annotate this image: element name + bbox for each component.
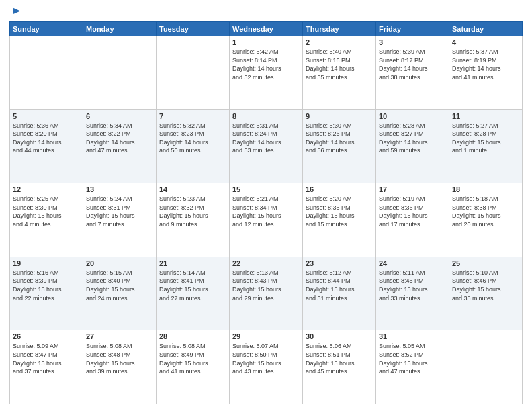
day-number: 23 xyxy=(306,259,373,267)
day-number: 26 xyxy=(13,332,80,340)
day-info: Sunrise: 5:40 AM Sunset: 8:16 PM Dayligh… xyxy=(306,48,373,81)
day-number: 20 xyxy=(86,259,153,267)
calendar-week-4: 19Sunrise: 5:16 AM Sunset: 8:39 PM Dayli… xyxy=(10,257,523,330)
day-info: Sunrise: 5:21 AM Sunset: 8:34 PM Dayligh… xyxy=(232,195,300,228)
day-info: Sunrise: 5:15 AM Sunset: 8:40 PM Dayligh… xyxy=(86,269,153,302)
calendar-cell xyxy=(449,330,523,404)
day-info: Sunrise: 5:25 AM Sunset: 8:30 PM Dayligh… xyxy=(13,195,80,228)
calendar-cell: 17Sunrise: 5:19 AM Sunset: 8:36 PM Dayli… xyxy=(376,183,449,257)
calendar-cell: 4Sunrise: 5:37 AM Sunset: 8:19 PM Daylig… xyxy=(449,36,523,110)
day-info: Sunrise: 5:09 AM Sunset: 8:47 PM Dayligh… xyxy=(13,342,80,375)
calendar-header-wednesday: Wednesday xyxy=(230,22,303,36)
day-info: Sunrise: 5:16 AM Sunset: 8:39 PM Dayligh… xyxy=(13,269,80,302)
day-number: 8 xyxy=(232,112,300,120)
svg-marker-0 xyxy=(13,8,20,15)
calendar-header-sunday: Sunday xyxy=(10,22,83,36)
day-number: 19 xyxy=(13,259,80,267)
day-info: Sunrise: 5:11 AM Sunset: 8:45 PM Dayligh… xyxy=(379,269,446,302)
day-number: 15 xyxy=(232,185,300,193)
day-number: 10 xyxy=(379,112,446,120)
day-number: 22 xyxy=(232,259,300,267)
calendar-cell xyxy=(10,36,83,110)
day-info: Sunrise: 5:28 AM Sunset: 8:27 PM Dayligh… xyxy=(379,122,446,155)
logo xyxy=(9,7,21,17)
calendar-cell xyxy=(83,36,157,110)
day-number: 29 xyxy=(232,332,300,340)
calendar-cell: 21Sunrise: 5:14 AM Sunset: 8:41 PM Dayli… xyxy=(157,257,230,330)
calendar-cell: 7Sunrise: 5:32 AM Sunset: 8:23 PM Daylig… xyxy=(157,109,230,183)
day-info: Sunrise: 5:39 AM Sunset: 8:17 PM Dayligh… xyxy=(379,48,446,81)
calendar-header-thursday: Thursday xyxy=(303,22,376,36)
calendar-cell: 30Sunrise: 5:06 AM Sunset: 8:51 PM Dayli… xyxy=(303,330,376,404)
day-info: Sunrise: 5:07 AM Sunset: 8:50 PM Dayligh… xyxy=(232,342,300,375)
calendar-cell: 13Sunrise: 5:24 AM Sunset: 8:31 PM Dayli… xyxy=(83,183,157,257)
calendar-cell: 15Sunrise: 5:21 AM Sunset: 8:34 PM Dayli… xyxy=(230,183,303,257)
day-number: 3 xyxy=(379,38,446,46)
calendar-cell: 5Sunrise: 5:36 AM Sunset: 8:20 PM Daylig… xyxy=(10,109,83,183)
day-info: Sunrise: 5:24 AM Sunset: 8:31 PM Dayligh… xyxy=(86,195,153,228)
day-number: 9 xyxy=(306,112,373,120)
day-number: 30 xyxy=(306,332,373,340)
calendar-week-2: 5Sunrise: 5:36 AM Sunset: 8:20 PM Daylig… xyxy=(10,109,523,183)
calendar-cell: 28Sunrise: 5:08 AM Sunset: 8:49 PM Dayli… xyxy=(157,330,230,404)
calendar-cell xyxy=(157,36,230,110)
page: SundayMondayTuesdayWednesdayThursdayFrid… xyxy=(0,0,532,411)
calendar-cell: 25Sunrise: 5:10 AM Sunset: 8:46 PM Dayli… xyxy=(449,257,523,330)
calendar-cell: 6Sunrise: 5:34 AM Sunset: 8:22 PM Daylig… xyxy=(83,109,157,183)
day-number: 13 xyxy=(86,185,153,193)
day-info: Sunrise: 5:06 AM Sunset: 8:51 PM Dayligh… xyxy=(306,342,373,375)
day-number: 14 xyxy=(159,185,226,193)
day-info: Sunrise: 5:27 AM Sunset: 8:28 PM Dayligh… xyxy=(452,122,519,155)
calendar-cell: 29Sunrise: 5:07 AM Sunset: 8:50 PM Dayli… xyxy=(230,330,303,404)
day-info: Sunrise: 5:08 AM Sunset: 8:49 PM Dayligh… xyxy=(159,342,226,375)
day-number: 28 xyxy=(159,332,226,340)
calendar-cell: 10Sunrise: 5:28 AM Sunset: 8:27 PM Dayli… xyxy=(376,109,449,183)
day-info: Sunrise: 5:19 AM Sunset: 8:36 PM Dayligh… xyxy=(379,195,446,228)
calendar-cell: 3Sunrise: 5:39 AM Sunset: 8:17 PM Daylig… xyxy=(376,36,449,110)
day-number: 12 xyxy=(13,185,80,193)
day-info: Sunrise: 5:20 AM Sunset: 8:35 PM Dayligh… xyxy=(306,195,373,228)
day-info: Sunrise: 5:14 AM Sunset: 8:41 PM Dayligh… xyxy=(159,269,226,302)
day-number: 31 xyxy=(379,332,446,340)
calendar-week-3: 12Sunrise: 5:25 AM Sunset: 8:30 PM Dayli… xyxy=(10,183,523,257)
day-number: 1 xyxy=(232,38,300,46)
calendar-cell: 27Sunrise: 5:08 AM Sunset: 8:48 PM Dayli… xyxy=(83,330,157,404)
day-number: 21 xyxy=(159,259,226,267)
day-info: Sunrise: 5:10 AM Sunset: 8:46 PM Dayligh… xyxy=(452,269,519,302)
day-number: 5 xyxy=(13,112,80,120)
calendar-cell: 23Sunrise: 5:12 AM Sunset: 8:44 PM Dayli… xyxy=(303,257,376,330)
calendar-cell: 11Sunrise: 5:27 AM Sunset: 8:28 PM Dayli… xyxy=(449,109,523,183)
calendar-header-friday: Friday xyxy=(376,22,449,36)
day-info: Sunrise: 5:37 AM Sunset: 8:19 PM Dayligh… xyxy=(452,48,519,81)
header xyxy=(9,7,523,17)
calendar-header-monday: Monday xyxy=(83,22,157,36)
calendar-cell: 31Sunrise: 5:05 AM Sunset: 8:52 PM Dayli… xyxy=(376,330,449,404)
calendar-header-tuesday: Tuesday xyxy=(157,22,230,36)
calendar-cell: 19Sunrise: 5:16 AM Sunset: 8:39 PM Dayli… xyxy=(10,257,83,330)
calendar-cell: 20Sunrise: 5:15 AM Sunset: 8:40 PM Dayli… xyxy=(83,257,157,330)
calendar-cell: 22Sunrise: 5:13 AM Sunset: 8:43 PM Dayli… xyxy=(230,257,303,330)
calendar-cell: 18Sunrise: 5:18 AM Sunset: 8:38 PM Dayli… xyxy=(449,183,523,257)
calendar-cell: 12Sunrise: 5:25 AM Sunset: 8:30 PM Dayli… xyxy=(10,183,83,257)
day-number: 4 xyxy=(452,38,519,46)
calendar-cell: 16Sunrise: 5:20 AM Sunset: 8:35 PM Dayli… xyxy=(303,183,376,257)
day-number: 27 xyxy=(86,332,153,340)
day-number: 25 xyxy=(452,259,519,267)
day-info: Sunrise: 5:36 AM Sunset: 8:20 PM Dayligh… xyxy=(13,122,80,155)
calendar-cell: 9Sunrise: 5:30 AM Sunset: 8:26 PM Daylig… xyxy=(303,109,376,183)
day-info: Sunrise: 5:31 AM Sunset: 8:24 PM Dayligh… xyxy=(232,122,300,155)
day-info: Sunrise: 5:18 AM Sunset: 8:38 PM Dayligh… xyxy=(452,195,519,228)
calendar-cell: 2Sunrise: 5:40 AM Sunset: 8:16 PM Daylig… xyxy=(303,36,376,110)
day-number: 16 xyxy=(306,185,373,193)
day-info: Sunrise: 5:08 AM Sunset: 8:48 PM Dayligh… xyxy=(86,342,153,375)
day-number: 2 xyxy=(306,38,373,46)
calendar-header-row: SundayMondayTuesdayWednesdayThursdayFrid… xyxy=(10,22,523,36)
calendar-week-1: 1Sunrise: 5:42 AM Sunset: 8:14 PM Daylig… xyxy=(10,36,523,110)
day-info: Sunrise: 5:42 AM Sunset: 8:14 PM Dayligh… xyxy=(232,48,300,81)
calendar-cell: 26Sunrise: 5:09 AM Sunset: 8:47 PM Dayli… xyxy=(10,330,83,404)
calendar-cell: 14Sunrise: 5:23 AM Sunset: 8:32 PM Dayli… xyxy=(157,183,230,257)
calendar-table: SundayMondayTuesdayWednesdayThursdayFrid… xyxy=(9,21,523,404)
day-number: 24 xyxy=(379,259,446,267)
day-info: Sunrise: 5:32 AM Sunset: 8:23 PM Dayligh… xyxy=(159,122,226,155)
day-info: Sunrise: 5:30 AM Sunset: 8:26 PM Dayligh… xyxy=(306,122,373,155)
